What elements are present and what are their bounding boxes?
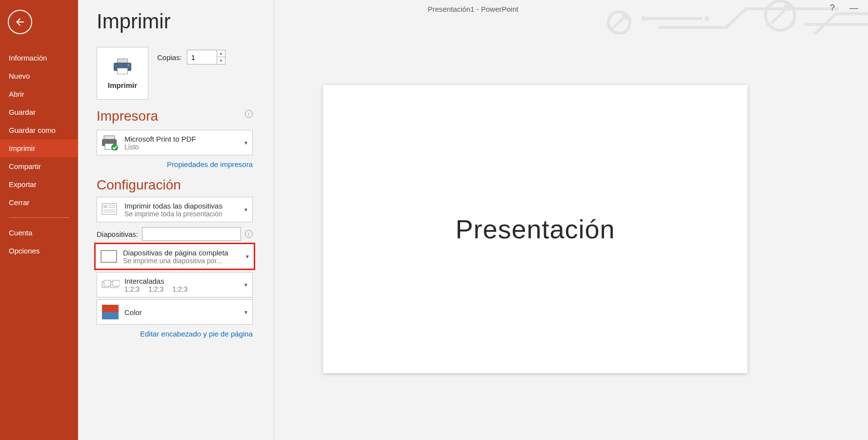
svg-rect-14 — [108, 205, 115, 206]
info-icon[interactable]: i — [245, 110, 253, 118]
color-dropdown[interactable]: Color ▼ — [97, 299, 253, 325]
copies-up[interactable]: ▲ — [217, 50, 225, 57]
chevron-down-icon: ▼ — [243, 282, 248, 288]
svg-rect-15 — [108, 207, 115, 208]
svg-rect-18 — [101, 251, 117, 262]
chevron-down-icon: ▼ — [243, 140, 248, 146]
sidebar-item-save[interactable]: Guardar — [0, 103, 78, 121]
sidebar-separator — [9, 217, 69, 218]
print-button-label: Imprimir — [108, 81, 137, 89]
full-page-slide-icon — [100, 247, 118, 266]
copies-spinner[interactable]: ▲ ▼ — [187, 50, 225, 64]
slide-title-text: Presentación — [455, 214, 615, 244]
svg-rect-20 — [104, 280, 111, 286]
slide-preview: Presentación — [323, 85, 747, 373]
printer-name: Microsoft Print to PDF — [124, 135, 239, 143]
color-title: Color — [124, 308, 239, 316]
printer-properties-link[interactable]: Propiedades de impresora — [97, 160, 253, 168]
svg-rect-8 — [104, 136, 115, 139]
sidebar-item-close[interactable]: Cerrar — [0, 193, 78, 211]
sidebar-item-open[interactable]: Abrir — [0, 85, 78, 103]
layout-sub: Se imprime una diapositiva por... — [123, 257, 240, 265]
collate-dropdown[interactable]: Intercaladas 1;2;31;2;31;2;3 ▼ — [97, 272, 253, 297]
slides-all-icon — [101, 200, 120, 219]
slides-label: Diapositivas: — [97, 230, 138, 238]
copies-input[interactable] — [187, 50, 217, 64]
sidebar-item-export[interactable]: Exportar — [0, 175, 78, 193]
color-icon — [101, 303, 120, 321]
sidebar-item-saveas[interactable]: Guardar como — [0, 121, 78, 139]
copies-down[interactable]: ▼ — [217, 57, 225, 64]
svg-point-7 — [128, 64, 130, 66]
layout-title: Diapositivas de página completa — [123, 249, 240, 257]
printer-status: Listo — [124, 143, 239, 151]
layout-dropdown[interactable]: Diapositivas de página completa Se impri… — [94, 243, 255, 270]
copies-label: Copias: — [157, 53, 182, 62]
collated-icon — [101, 275, 120, 294]
page-title: Imprimir — [97, 10, 274, 33]
print-panel: Imprimir Imprimir Copias: — [78, 0, 274, 440]
printer-icon — [112, 58, 133, 75]
config-heading: Configuración — [97, 177, 274, 193]
printer-heading: Impresora — [97, 108, 158, 124]
arrow-left-icon — [14, 16, 26, 28]
printer-ready-icon — [101, 133, 120, 152]
svg-rect-4 — [118, 59, 128, 63]
svg-rect-13 — [103, 205, 107, 208]
collate-title: Intercaladas — [124, 277, 239, 285]
chevron-down-icon: ▼ — [243, 310, 248, 315]
svg-rect-6 — [118, 68, 128, 74]
sidebar-item-print[interactable]: Imprimir — [0, 139, 78, 157]
slides-input[interactable] — [142, 227, 241, 241]
info-icon[interactable]: i — [245, 230, 253, 238]
chevron-down-icon: ▼ — [243, 207, 248, 212]
header-footer-link[interactable]: Editar encabezado y pie de página — [97, 330, 253, 338]
backstage-sidebar: Información Nuevo Abrir Guardar Guardar … — [0, 0, 78, 440]
svg-rect-22 — [113, 280, 120, 286]
chevron-down-icon: ▼ — [245, 254, 250, 259]
print-range-dropdown[interactable]: Imprimir todas las diapositivas Se impri… — [97, 197, 253, 222]
svg-rect-16 — [103, 210, 115, 210]
sidebar-item-account[interactable]: Cuenta — [0, 224, 78, 242]
print-preview: Presentación — [274, 0, 868, 440]
print-button[interactable]: Imprimir — [97, 47, 148, 100]
sidebar-item-new[interactable]: Nuevo — [0, 67, 78, 85]
printer-dropdown[interactable]: Microsoft Print to PDF Listo ▼ — [97, 130, 253, 155]
svg-rect-17 — [103, 211, 115, 212]
sidebar-item-share[interactable]: Compartir — [0, 157, 78, 175]
print-range-title: Imprimir todas las diapositivas — [124, 202, 239, 210]
print-range-sub: Se imprime toda la presentación — [124, 210, 239, 218]
sidebar-item-info[interactable]: Información — [0, 49, 78, 67]
collate-sub: 1;2;31;2;31;2;3 — [124, 285, 239, 293]
back-button[interactable] — [8, 10, 32, 34]
sidebar-item-options[interactable]: Opciones — [0, 242, 78, 260]
